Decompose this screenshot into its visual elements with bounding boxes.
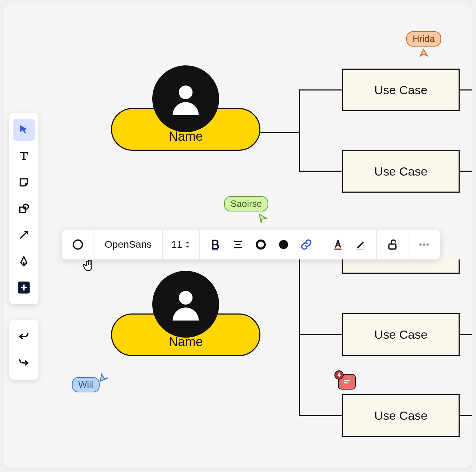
circle-outline-icon (72, 238, 84, 251)
align-button[interactable] (229, 236, 247, 253)
usecase-box-3[interactable]: Use Case (342, 313, 460, 356)
shapes-icon (18, 203, 30, 215)
chevron-up-icon (184, 241, 191, 244)
more-button[interactable] (416, 236, 433, 253)
contextual-toolbar: OpenSans 11 (62, 230, 440, 259)
sticky-note-tool[interactable] (13, 171, 35, 193)
svg-point-4 (179, 85, 193, 99)
cursor-pointer-icon (258, 213, 268, 224)
svg-line-23 (20, 231, 27, 238)
cursor-pointer-icon (418, 48, 429, 59)
collaborator-badge: Will (72, 377, 100, 392)
shape-style-button[interactable] (69, 236, 86, 253)
usecase-label: Use Case (374, 409, 427, 423)
collaborator-cursor-will: Will (72, 371, 109, 392)
font-family-selector[interactable]: OpenSans (98, 239, 158, 250)
collaborator-cursor-hrida: Hrida (406, 31, 441, 59)
redo-icon (18, 357, 30, 369)
arrow-tool[interactable] (13, 224, 35, 246)
text-color-button[interactable] (329, 236, 347, 253)
history-sidebar (9, 320, 38, 380)
svg-point-5 (179, 291, 193, 305)
svg-rect-16 (357, 249, 364, 250)
svg-point-13 (257, 241, 265, 249)
bold-icon (209, 238, 221, 251)
usecase-box-4[interactable]: Use Case (342, 394, 460, 437)
ellipsis-icon (418, 238, 430, 251)
svg-rect-17 (389, 244, 396, 249)
actor-node-1[interactable]: Name (111, 108, 260, 151)
comment-bubble[interactable]: 4 (338, 374, 356, 390)
select-tool[interactable] (13, 119, 35, 141)
grab-cursor-icon (82, 259, 96, 272)
plus-square-icon (17, 280, 31, 295)
undo-icon (18, 331, 30, 343)
usecase-box-1[interactable]: Use Case (342, 69, 460, 111)
actor-node-2[interactable]: Name (111, 313, 260, 356)
usecase-label: Use Case (374, 328, 427, 342)
align-center-icon (232, 238, 244, 251)
comment-count-badge: 4 (334, 370, 344, 380)
bold-button[interactable] (207, 236, 224, 253)
usecase-label: Use Case (374, 165, 427, 178)
svg-point-8 (73, 240, 83, 249)
circle-outline-thick-icon (255, 238, 267, 251)
stroke-button[interactable] (252, 236, 269, 253)
diagram-canvas[interactable]: Name Name Use Case Use Case Use Case Use… (4, 4, 472, 468)
actor-avatar-icon (152, 271, 219, 338)
shape-tool[interactable] (13, 198, 35, 220)
fill-button[interactable] (275, 236, 292, 253)
svg-point-20 (427, 243, 429, 246)
font-size-value[interactable]: 11 (171, 239, 182, 250)
arrow-icon (18, 229, 30, 241)
link-icon (300, 238, 312, 251)
undo-button[interactable] (13, 326, 35, 348)
svg-rect-21 (20, 207, 26, 213)
pencil-icon (355, 238, 367, 251)
add-tool[interactable] (13, 277, 35, 299)
pen-tool[interactable] (13, 250, 35, 272)
comment-lines-icon (343, 379, 351, 384)
font-size-stepper[interactable] (184, 241, 191, 248)
svg-point-18 (419, 243, 422, 246)
svg-point-19 (423, 243, 425, 246)
edit-button[interactable] (352, 236, 369, 253)
text-color-icon (332, 238, 344, 251)
text-tool[interactable] (13, 145, 35, 167)
collaborator-badge: Saoirse (224, 196, 268, 211)
circle-filled-icon (277, 238, 290, 251)
tools-sidebar (9, 113, 38, 304)
unlock-icon (386, 238, 398, 251)
cursor-pointer-icon (98, 372, 109, 383)
chevron-down-icon (184, 245, 191, 248)
collaborator-badge: Hrida (406, 31, 441, 47)
svg-point-14 (279, 240, 289, 249)
usecase-box-hidden[interactable] (342, 259, 460, 274)
usecase-label: Use Case (374, 83, 427, 97)
link-button[interactable] (298, 236, 315, 253)
pen-nib-icon (18, 255, 30, 267)
sticky-note-icon (18, 176, 30, 188)
collaborator-cursor-saoirse: Saoirse (224, 196, 268, 224)
lock-button[interactable] (384, 236, 401, 253)
text-icon (18, 150, 30, 162)
cursor-arrow-icon (18, 124, 30, 136)
actor-avatar-icon (152, 65, 219, 132)
usecase-box-2[interactable]: Use Case (342, 150, 460, 193)
svg-rect-15 (335, 248, 342, 250)
redo-button[interactable] (13, 352, 35, 374)
